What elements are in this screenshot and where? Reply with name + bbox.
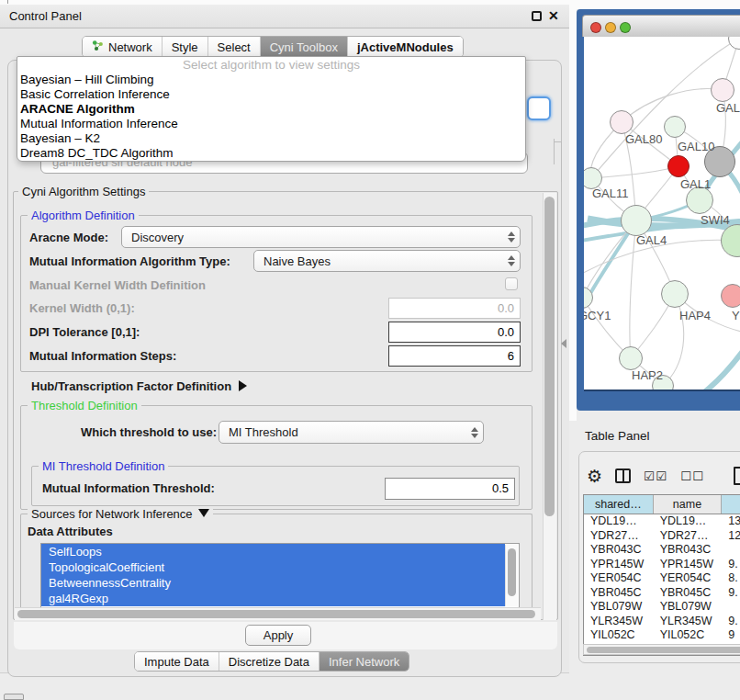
network-node-11[interactable]	[661, 280, 689, 308]
kernel-width-field[interactable]: 0.0	[388, 298, 521, 319]
network-canvas[interactable]: GALGAL80GAL10GAL1GAL11SWI4GAL4GCY1HAP4YH…	[584, 37, 740, 391]
threshold-definition-title: Threshold Definition	[28, 399, 141, 412]
table-row[interactable]: YIL052CYIL052C9	[584, 628, 740, 643]
attribute-items: SelfLoopsTopologicalCoefficientBetweenne…	[41, 544, 519, 606]
columns-icon[interactable]	[615, 469, 631, 483]
tab-style[interactable]: Style	[162, 37, 207, 57]
manual-kernel-checkbox[interactable]	[505, 277, 518, 290]
node-label-gal10: GAL10	[678, 140, 714, 153]
list-scrollbar-thumb[interactable]	[508, 548, 516, 596]
table-cell: YLR345W	[584, 615, 654, 629]
tab-network-label: Network	[108, 40, 152, 54]
hidden-group-border-fragment	[555, 141, 562, 182]
table-cell: YDL19…	[584, 514, 654, 529]
table-row[interactable]: YER054CYER054C8.	[584, 571, 740, 586]
mi-steps-field[interactable]: 6	[388, 345, 521, 367]
column-header-shared[interactable]: shared…	[584, 495, 654, 514]
column-header-a[interactable]: A	[722, 495, 740, 514]
node-label-gal1: GAL1	[680, 177, 711, 191]
algorithm-option-bayesian-k2[interactable]: Bayesian – K2	[17, 131, 525, 146]
mi-threshold-field[interactable]: 0.5	[385, 478, 515, 500]
table-cell: YDR27…	[654, 529, 723, 544]
table-cell: YBR045C	[654, 586, 723, 601]
network-node-13[interactable]	[619, 346, 643, 370]
table-cell: 8.	[722, 571, 740, 586]
data-attributes-list[interactable]: SelfLoopsTopologicalCoefficientBetweenne…	[40, 543, 520, 608]
which-threshold-value: MI Threshold	[219, 425, 466, 439]
network-node-9[interactable]	[621, 205, 652, 236]
attribute-item-selfloops[interactable]: SelfLoops	[41, 544, 505, 559]
table-cell: YPR145W	[654, 558, 723, 572]
column-header-name[interactable]: name	[654, 495, 723, 514]
tab-cyni-toolbox[interactable]: Cyni Toolbox	[260, 37, 347, 57]
algorithm-option-bayesian-hill-climbing[interactable]: Bayesian – Hill Climbing	[17, 73, 525, 87]
list-scrollbar[interactable]	[505, 545, 518, 606]
float-window-icon[interactable]	[532, 11, 542, 21]
table-row[interactable]: YBL079WYBL079W	[584, 600, 740, 615]
deselect-all-checkbox-icon[interactable]: ☐☐	[680, 469, 704, 483]
table-row[interactable]: YBR043CYBR043C	[584, 543, 740, 558]
mi-threshold-group-title: MI Threshold Definition	[39, 459, 168, 473]
node-label-gal: GAL	[716, 101, 740, 115]
table-cell: YLR345W	[654, 615, 723, 629]
aracne-mode-select[interactable]: Discovery	[121, 226, 521, 248]
node-label-y: Y	[732, 309, 740, 322]
algorithm-prompt: Select algorithm to view settings	[17, 57, 525, 73]
table-row[interactable]: YPR145WYPR145W9.	[584, 558, 740, 572]
close-traffic-light-icon[interactable]	[590, 22, 601, 33]
zoom-traffic-light-icon[interactable]	[620, 22, 631, 33]
table-cell: YBL079W	[654, 600, 723, 615]
algorithm-option-mutual-information-inference[interactable]: Mutual Information Inference	[17, 117, 525, 131]
algorithm-option-basic-correlation-inference[interactable]: Basic Correlation Inference	[17, 87, 525, 102]
hub-definition-expander[interactable]: Hub/Transcription Factor Definition	[31, 379, 247, 393]
select-all-checkbox-icon[interactable]: ☑☑	[644, 469, 667, 483]
tab-select[interactable]: Select	[207, 37, 260, 57]
bottom-tab-discretize-data[interactable]: Discretize Data	[219, 652, 319, 671]
which-threshold-label: Which threshold to use:	[81, 425, 217, 439]
apply-button[interactable]: Apply	[245, 625, 311, 646]
table-row[interactable]: YDL19…YDL19…13	[584, 514, 740, 529]
table-row[interactable]: YLR345WYLR345W9.	[584, 615, 740, 629]
node-label-gal80: GAL80	[625, 132, 662, 146]
network-node-1[interactable]	[711, 78, 734, 102]
sources-title-text: Sources for Network Inference	[31, 507, 193, 521]
mi-type-select[interactable]: Naive Bayes	[253, 250, 521, 272]
dpi-tolerance-field[interactable]: 0.0	[388, 322, 521, 343]
attribute-item-betweennesscentrality[interactable]: BetweennessCentrality	[41, 575, 505, 591]
network-window-titlebar[interactable]	[582, 15, 740, 37]
table-cell: YDR27…	[584, 529, 654, 544]
settings-vertical-scrollbar-thumb[interactable]	[544, 197, 555, 516]
table-row[interactable]: YDR27…YDR27…12	[584, 529, 740, 544]
table-cell: YBR043C	[654, 543, 723, 558]
table-horizontal-scrollbar-thumb[interactable]	[587, 647, 740, 653]
table-horizontal-scrollbar[interactable]	[583, 644, 740, 655]
settings-horizontal-scrollbar-thumb[interactable]	[17, 610, 535, 618]
split-pane-handle-icon[interactable]	[561, 339, 566, 348]
node-table[interactable]: shared…nameA YDL19…YDL19…13YDR27…YDR27…1…	[583, 494, 740, 656]
bottom-tab-infer-network[interactable]: Infer Network	[319, 652, 409, 671]
table-row[interactable]: YBR045CYBR045C9.	[584, 586, 740, 601]
node-label-hap2: HAP2	[632, 368, 663, 382]
bottom-tab-impute-data[interactable]: Impute Data	[135, 652, 219, 671]
which-threshold-select[interactable]: MI Threshold	[219, 421, 484, 444]
bottom-left-widget[interactable]	[4, 694, 24, 700]
combo-arrows-icon	[503, 255, 520, 266]
tab-jactivemnodules[interactable]: jActiveMNodules	[347, 37, 463, 57]
attribute-item-topologicalcoefficient[interactable]: TopologicalCoefficient	[41, 559, 505, 575]
network-node-3[interactable]	[664, 116, 686, 138]
minimize-traffic-light-icon[interactable]	[605, 22, 616, 33]
import-table-icon[interactable]	[734, 467, 740, 485]
attribute-item-gal4rgexp[interactable]: gal4RGexp	[41, 591, 505, 606]
algorithm-option-dream8-dc-tdc-algorithm[interactable]: Dream8 DC_TDC Algorithm	[17, 146, 525, 161]
table-cell	[722, 600, 740, 615]
tab-network[interactable]: Network	[83, 37, 162, 57]
network-node-12[interactable]	[721, 284, 740, 308]
network-node-4[interactable]	[667, 155, 690, 177]
table-cell: 12	[722, 529, 740, 544]
expander-right-icon	[239, 380, 247, 391]
close-icon[interactable]: ✕	[548, 8, 559, 23]
sources-group-title[interactable]: Sources for Network Inference	[28, 507, 213, 521]
network-node-2[interactable]	[610, 110, 633, 134]
algorithm-option-aracne-algorithm[interactable]: ARACNE Algorithm	[17, 102, 525, 117]
gear-icon[interactable]: ⚙	[587, 466, 602, 487]
